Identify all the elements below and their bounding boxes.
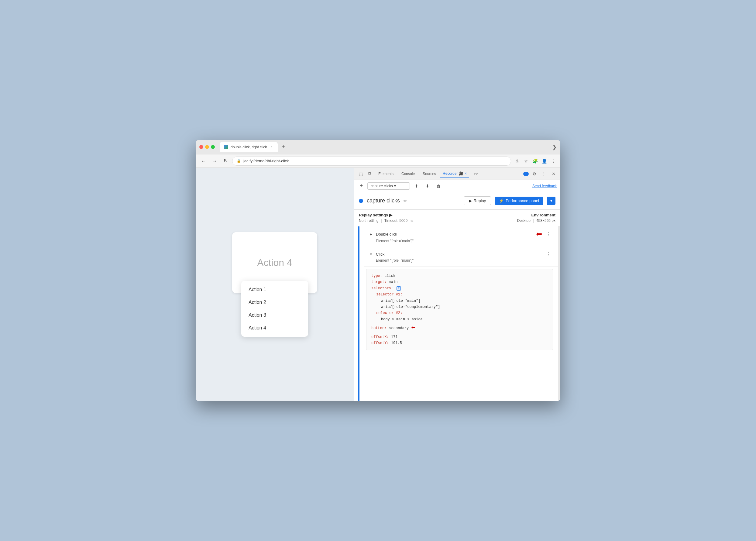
code-type: type: click (371, 273, 548, 279)
url-text: jec.fyi/demo/dbl-right-click (243, 159, 289, 163)
code-selector2-key: selector #2: (376, 311, 402, 315)
double-click-arrow-icon: ⬅ (536, 230, 542, 238)
recording-dropdown-chevron: ▾ (394, 184, 396, 188)
code-offsetX: offsetX: 171 (371, 334, 548, 340)
code-offsetY: offsetY: 191.5 (371, 340, 548, 346)
perf-icon: ⚡ (499, 199, 504, 203)
content-area: Action 4 Action 1 Action 2 Action 3 Acti… (196, 168, 560, 401)
code-block: type: click target: main selectors: R (366, 269, 553, 350)
refresh-button[interactable]: ↻ (221, 157, 230, 165)
menu-item-action2[interactable]: Action 2 (241, 296, 308, 309)
timeline-bar (358, 226, 359, 401)
replay-button[interactable]: ▶ Replay (464, 196, 491, 205)
settings-row2: No throttling | Timeout: 5000 ms Desktop… (359, 219, 556, 223)
minimize-button[interactable] (205, 145, 209, 149)
add-recording-button[interactable]: + (358, 182, 365, 190)
nav-bar: ← → ↻ 🔒 jec.fyi/demo/dbl-right-click ⎙ ☆… (196, 154, 560, 168)
action-double-click[interactable]: ▶ Double click ⬅ ⋮ Element "[role="main"… (364, 226, 558, 247)
replay-icon: ▶ (469, 199, 472, 203)
code-target: target: main (371, 279, 548, 285)
tab-recorder[interactable]: Recorder 🎥 × (440, 170, 469, 178)
settings-row1: Replay settings ▶ Environment (359, 213, 556, 217)
double-click-more-button[interactable]: ⋮ (545, 231, 553, 238)
code-type-key: type: (371, 274, 382, 278)
devtools-more-controls: 1 ⚙ ⋮ ✕ (523, 170, 558, 178)
active-tab[interactable]: double click, right click × (220, 142, 278, 152)
code-button: button: secondary ⬅ (371, 322, 548, 334)
recorder-tab-label: Recorder (443, 172, 458, 176)
new-tab-button[interactable]: + (279, 143, 287, 151)
expand-double-click-icon[interactable]: ▶ (369, 232, 373, 237)
code-selector1-val2: aria/[role="complementary"] (371, 304, 548, 310)
menu-item-action1[interactable]: Action 1 (241, 283, 308, 296)
tab-console[interactable]: Console (398, 171, 418, 177)
button-arrow-icon: ⬅ (411, 322, 415, 334)
env-separator: | (533, 219, 534, 223)
forward-button[interactable]: → (210, 157, 219, 165)
recording-selector[interactable]: capture clicks ▾ (367, 182, 410, 190)
menu-item-action4[interactable]: Action 4 (241, 321, 308, 334)
timeout-value: Timeout: 5000 ms (384, 219, 414, 223)
perf-label: Performance panel (506, 199, 539, 203)
bookmark-icon[interactable]: ☆ (523, 158, 529, 165)
inspect-element-button[interactable]: ⬚ (356, 170, 365, 178)
tab-close-button[interactable]: × (269, 145, 273, 149)
performance-panel-button[interactable]: ⚡ Performance panel (495, 197, 543, 205)
dropdown-menu: Action 1 Action 2 Action 3 Action 4 (241, 281, 308, 337)
devtools-scrollbar[interactable] (558, 226, 560, 401)
code-selector2: selector #2: (371, 310, 548, 316)
tab-more[interactable]: >> (470, 171, 481, 177)
profile-icon[interactable]: 👤 (541, 158, 548, 165)
code-offsetX-key: offsetX: (371, 335, 389, 339)
tab-favicon (224, 145, 228, 149)
code-offsetY-val: 191.5 (391, 341, 402, 345)
devtools-settings-button[interactable]: ⚙ (530, 170, 539, 178)
more-icon[interactable]: ⋮ (550, 158, 557, 165)
code-selector2-val: body > main > aside (371, 316, 548, 322)
code-body-main-aside: body > main > aside (381, 317, 423, 321)
replay-label: Replay (474, 199, 486, 203)
address-bar[interactable]: 🔒 jec.fyi/demo/dbl-right-click (232, 157, 511, 166)
actions-panel: ▶ Double click ⬅ ⋮ Element "[role="main"… (354, 226, 560, 401)
click-more-button[interactable]: ⋮ (545, 251, 553, 258)
devtools-close-button[interactable]: ✕ (550, 170, 558, 178)
code-selectors-key: selectors: (371, 286, 393, 290)
action-click-header: ▼ Click ⋮ (369, 251, 553, 258)
recorder-tab-close[interactable]: × (465, 172, 467, 176)
window-maximize-icon[interactable]: ❯ (552, 144, 557, 151)
perf-dropdown-chevron: ▾ (550, 199, 553, 203)
settings-expand-icon: ▶ (389, 213, 392, 217)
export-button[interactable]: ⬆ (412, 182, 421, 190)
code-button-key: button: (371, 325, 387, 331)
send-feedback-link[interactable]: Send feedback (532, 184, 557, 188)
code-type-val: click (384, 274, 395, 278)
recording-indicator (359, 199, 363, 203)
action-click[interactable]: ▼ Click ⋮ Element "[role="main"]" (364, 247, 558, 267)
devtools-more-button[interactable]: ⋮ (540, 170, 548, 178)
delete-recording-button[interactable]: 🗑 (434, 182, 443, 190)
environment-label: Environment (532, 213, 556, 217)
close-button[interactable] (199, 145, 203, 149)
devtools-badge: 1 (523, 172, 529, 176)
recorder-tab-icon: 🎥 (459, 172, 463, 176)
import-button[interactable]: ⬇ (423, 182, 432, 190)
env-values: Desktop | 458×566 px (517, 219, 556, 223)
recorder-toolbar: + capture clicks ▾ ⬆ ⬇ 🗑 Send feedback (354, 180, 560, 192)
device-toolbar-button[interactable]: ⧉ (366, 170, 374, 178)
nav-icons: ⎙ ☆ 🧩 👤 ⋮ (514, 158, 557, 165)
recording-name: capture clicks (371, 184, 393, 188)
extension-icon[interactable]: 🧩 (532, 158, 539, 165)
menu-item-action3[interactable]: Action 3 (241, 309, 308, 321)
back-button[interactable]: ← (199, 157, 208, 165)
share-icon[interactable]: ⎙ (514, 158, 520, 165)
edit-title-icon[interactable]: ✏ (404, 199, 407, 203)
tab-sources[interactable]: Sources (419, 171, 440, 177)
expand-click-icon[interactable]: ▼ (369, 252, 373, 257)
replay-settings-label[interactable]: Replay settings ▶ (359, 213, 392, 217)
tab-elements[interactable]: Elements (375, 171, 397, 177)
double-click-title: Double click (376, 232, 532, 237)
settings-bar: Replay settings ▶ Environment No throttl… (354, 210, 560, 226)
performance-panel-dropdown[interactable]: ▾ (547, 197, 556, 205)
recording-header: capture clicks ✏ ▶ Replay ⚡ Performance … (354, 192, 560, 210)
maximize-button[interactable] (211, 145, 215, 149)
